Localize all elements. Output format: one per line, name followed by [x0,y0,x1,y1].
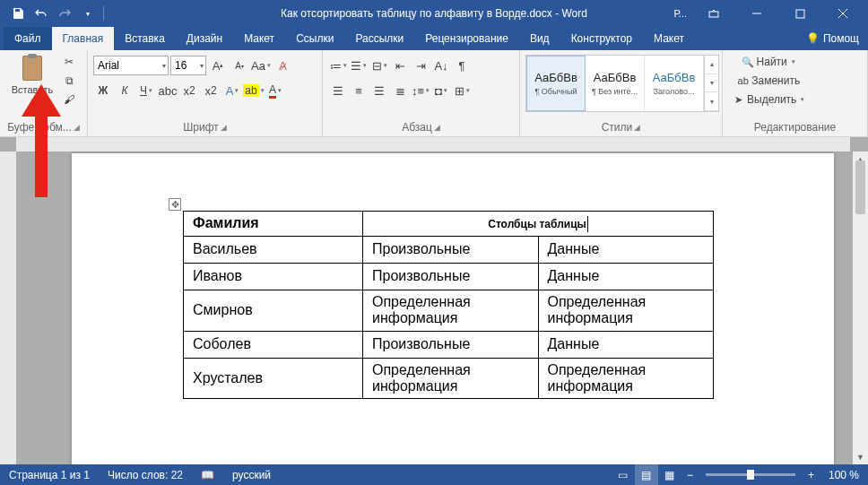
shrink-font-button[interactable]: A▾ [230,56,249,75]
style-no-spacing[interactable]: АаБбВв¶ Без инте... [586,56,645,111]
style-gallery[interactable]: АаБбВв¶ Обычный АаБбВв¶ Без инте... АаБб… [525,55,719,112]
close-icon[interactable] [823,0,863,27]
zoom-out-button[interactable]: − [681,464,699,485]
highlight-button[interactable]: ab [244,81,264,100]
styles-launcher-icon[interactable]: ◢ [634,123,640,132]
show-marks-button[interactable]: ¶ [452,56,472,75]
style-heading1[interactable]: АаБбВвЗаголово... [645,56,704,111]
user-label[interactable]: Р... [674,8,687,19]
svg-rect-2 [796,10,804,18]
table-move-handle-icon[interactable]: ✥ [169,198,181,211]
tab-home[interactable]: Главная [52,27,115,50]
tab-file[interactable]: Файл [4,27,52,50]
bold-button[interactable]: Ж [93,81,113,100]
font-color-button[interactable]: A [265,81,285,100]
multilevel-list-button[interactable]: ⊟ [369,56,389,75]
zoom-level[interactable]: 100 % [820,464,868,485]
strikethrough-button[interactable]: abc [158,81,178,100]
status-spellcheck[interactable]: 📖 [192,464,223,485]
group-clipboard: Вставить ✂ ⧉ 🖌 Буфер обм...◢ [0,50,88,136]
change-case-button[interactable]: Aa [251,56,271,75]
subscript-button[interactable]: x2 [179,81,199,100]
view-print-layout-icon[interactable]: ▤ [635,464,658,485]
ribbon-options-icon[interactable] [694,0,733,27]
grow-font-button[interactable]: A▴ [208,56,228,75]
sort-button[interactable]: A↓ [431,56,451,75]
font-launcher-icon[interactable]: ◢ [221,123,227,132]
quick-access-toolbar: ▾ [0,3,107,24]
select-button[interactable]: ➤Выделить [728,91,809,108]
tab-insert[interactable]: Вставка [114,27,176,50]
group-font: Arial▾ 16▾ A▴ A▾ Aa A̷ Ж К Ч abc x2 x2 A… [88,50,323,136]
scroll-down-icon[interactable]: ▼ [853,449,868,464]
tab-view[interactable]: Вид [519,27,560,50]
tab-table-design[interactable]: Конструктор [560,27,643,50]
tab-table-layout[interactable]: Макет [643,27,695,50]
table-row: ВасильевПроизвольныеДанные [184,236,714,263]
shading-button[interactable]: ◘ [431,81,451,100]
borders-button[interactable]: ⊞ [452,81,472,100]
table-header-row[interactable]: Фамилия Столбцы таблицы [184,212,714,237]
font-size-combo[interactable]: 16▾ [170,56,206,75]
paste-button[interactable]: Вставить [12,53,53,107]
scrollbar-thumb[interactable] [855,160,865,214]
table-header-cell[interactable]: Столбцы таблицы [363,212,714,237]
table-header-cell[interactable]: Фамилия [184,212,363,237]
tab-design[interactable]: Дизайн [176,27,233,50]
table-row: СоболевПроизвольныеДанные [184,331,714,358]
superscript-button[interactable]: x2 [201,81,221,100]
align-right-button[interactable]: ☰ [369,81,389,100]
bullets-button[interactable]: ≔ [328,56,348,75]
decrease-indent-button[interactable]: ⇤ [390,56,410,75]
numbering-button[interactable]: ☰ [349,56,369,75]
document-table[interactable]: Фамилия Столбцы таблицы ВасильевПроизвол… [183,211,714,399]
text-effects-button[interactable]: A [222,81,242,100]
tab-layout[interactable]: Макет [233,27,285,50]
status-page[interactable]: Страница 1 из 1 [0,464,99,485]
undo-icon[interactable] [30,3,52,24]
book-icon: 📖 [201,469,214,481]
tab-mailings[interactable]: Рассылки [344,27,414,50]
search-icon: 🔍 [742,56,754,68]
view-web-layout-icon[interactable]: ▦ [658,464,681,485]
page[interactable]: ✥ Фамилия Столбцы таблицы ВасильевПроизв… [72,153,834,464]
increase-indent-button[interactable]: ⇥ [411,56,430,75]
italic-button[interactable]: К [115,81,135,100]
document-area[interactable]: ✥ Фамилия Столбцы таблицы ВасильевПроизв… [0,137,868,464]
justify-button[interactable]: ≣ [390,81,410,100]
font-name-combo[interactable]: Arial▾ [93,56,169,75]
replace-button[interactable]: abЗаменить [728,72,809,90]
cursor-icon: ➤ [733,94,744,106]
underline-button[interactable]: Ч [136,81,156,100]
align-center-button[interactable]: ≡ [349,81,369,100]
status-word-count[interactable]: Число слов: 22 [99,464,192,485]
style-gallery-more[interactable]: ▴▾▾ [704,56,718,111]
tell-me[interactable]: 💡Помощ [797,27,868,50]
line-spacing-button[interactable]: ↕≡ [411,81,430,100]
zoom-in-button[interactable]: + [803,464,820,485]
format-painter-button[interactable]: 🖌 [59,91,79,108]
table-row: СмирновОпределенная информацияОпределенн… [184,290,714,331]
vertical-scrollbar[interactable]: ▲ ▼ [853,152,868,464]
window-controls: Р... [674,0,868,27]
align-left-button[interactable]: ☰ [328,81,348,100]
qat-customize-icon[interactable]: ▾ [77,3,99,24]
find-button[interactable]: 🔍Найти [728,53,809,71]
copy-button[interactable]: ⧉ [59,72,79,90]
tab-review[interactable]: Рецензирование [414,27,519,50]
save-icon[interactable] [7,3,29,24]
status-language[interactable]: русский [223,464,280,485]
minimize-icon[interactable] [737,0,777,27]
paragraph-launcher-icon[interactable]: ◢ [434,123,440,132]
horizontal-ruler[interactable] [16,137,850,152]
maximize-icon[interactable] [780,0,820,27]
style-normal[interactable]: АаБбВв¶ Обычный [526,56,586,111]
zoom-slider[interactable] [706,473,795,476]
view-read-mode-icon[interactable]: ▭ [612,464,635,485]
vertical-ruler[interactable] [0,152,16,464]
clear-formatting-button[interactable]: A̷ [273,56,292,75]
cut-button[interactable]: ✂ [59,53,79,71]
clipboard-launcher-icon[interactable]: ◢ [74,123,80,132]
text-cursor [587,216,588,232]
tab-references[interactable]: Ссылки [285,27,344,50]
